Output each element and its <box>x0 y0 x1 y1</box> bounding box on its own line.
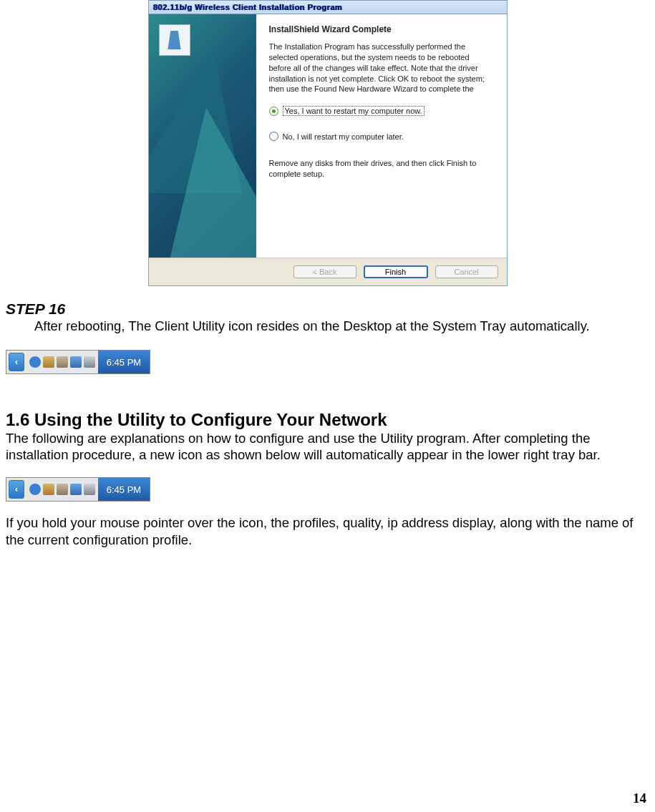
tray-icon <box>70 356 82 368</box>
installer-heading: InstallShield Wizard Complete <box>269 24 494 34</box>
tray-icon <box>29 484 41 495</box>
step-body: After rebooting, The Client Utility icon… <box>34 318 649 334</box>
installer-window: 802.11b/g Wireless Client Installation P… <box>148 0 508 286</box>
installshield-logo-icon <box>159 24 190 56</box>
radio-restart-later-label: No, I will restart my computer later. <box>283 132 404 141</box>
tray-expand-chevron-icon: ‹ <box>9 480 24 499</box>
radio-restart-now-label: Yes, I want to restart my computer now. <box>283 106 424 116</box>
system-tray-image-1: ‹ 6:45 PM <box>6 350 150 374</box>
radio-unselected-icon <box>269 132 278 141</box>
section-para-1: The following are explanations on how to… <box>6 430 649 463</box>
tray-icon <box>84 356 95 368</box>
tray-clock: 6:45 PM <box>98 351 150 373</box>
tray-icon <box>43 484 54 495</box>
installer-body-text: The Installation Program has successfull… <box>269 41 494 94</box>
back-button: < Back <box>293 265 356 278</box>
tray-icon <box>70 484 82 495</box>
tray-icon <box>57 356 68 368</box>
installer-titlebar: 802.11b/g Wireless Client Installation P… <box>149 1 507 14</box>
tray-clock: 6:45 PM <box>98 478 150 501</box>
tray-icons-group <box>26 351 98 373</box>
tray-icon <box>84 484 95 495</box>
installer-footer: < Back Finish Cancel <box>149 258 507 285</box>
radio-selected-icon <box>269 107 278 116</box>
system-tray-image-2: ‹ 6:45 PM <box>6 477 150 502</box>
tray-icon <box>43 356 54 368</box>
page-number: 14 <box>633 791 646 806</box>
installer-title-text: 802.11b/g Wireless Client Installation P… <box>153 3 342 11</box>
section-heading: 1.6 Using the Utility to Configure Your … <box>6 410 649 430</box>
radio-restart-now[interactable]: Yes, I want to restart my computer now. <box>269 106 494 116</box>
tray-icon <box>57 484 68 495</box>
radio-restart-later[interactable]: No, I will restart my computer later. <box>269 132 494 141</box>
tray-icon <box>29 356 41 368</box>
installer-remove-text: Remove any disks from their drives, and … <box>269 158 494 180</box>
tray-icons-group <box>26 478 98 501</box>
section-para-2: If you hold your mouse pointer over the … <box>6 514 649 547</box>
cancel-button: Cancel <box>435 265 498 278</box>
tray-expand-chevron-icon: ‹ <box>9 353 24 371</box>
step-heading: STEP 16 <box>6 300 649 318</box>
installer-side-graphic <box>149 14 256 258</box>
finish-button[interactable]: Finish <box>364 265 428 278</box>
